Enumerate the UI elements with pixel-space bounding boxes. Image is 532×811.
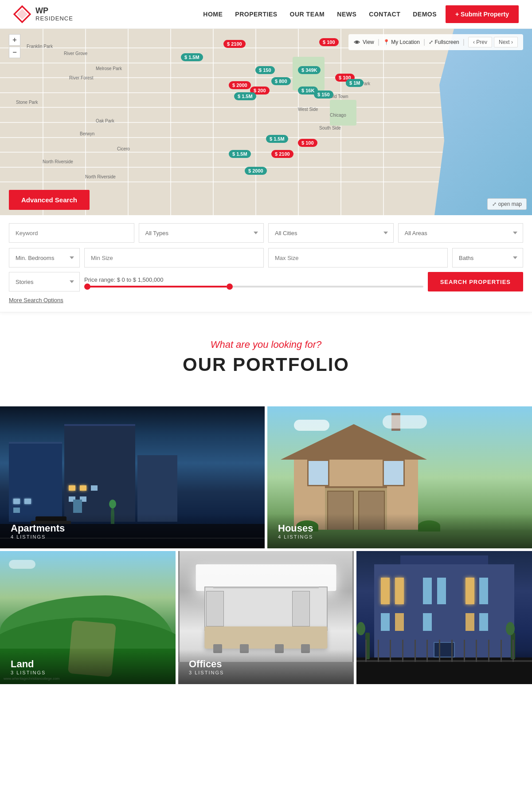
- price-marker[interactable]: $ 2100: [271, 150, 293, 158]
- apartments-name: Apartments: [11, 523, 254, 534]
- price-marker[interactable]: $ 800: [271, 77, 291, 85]
- nav-demos[interactable]: DEMOS: [413, 11, 437, 18]
- max-size-input[interactable]: [268, 248, 448, 268]
- price-slider-right-thumb[interactable]: [227, 283, 233, 290]
- more-search-options-link[interactable]: More Search Options: [9, 297, 63, 303]
- price-marker[interactable]: $ 100: [298, 139, 317, 147]
- search-bar: All Types Apartment House Land Office Co…: [0, 215, 532, 312]
- next-button[interactable]: Next ›: [494, 37, 518, 47]
- price-slider[interactable]: [84, 286, 423, 287]
- land-overlay: Land 3 LISTINGS: [0, 650, 176, 684]
- price-marker[interactable]: $ 100: [319, 38, 339, 46]
- price-marker[interactable]: $ 150: [255, 66, 275, 74]
- price-marker[interactable]: $ 2000: [229, 81, 251, 89]
- price-range-section: Price range: $ 0 to $ 1,500,000: [84, 276, 423, 287]
- portfolio-item-houses[interactable]: Houses 4 LISTINGS: [267, 406, 532, 548]
- view-button[interactable]: View: [354, 39, 374, 46]
- price-marker[interactable]: $ 1.5M: [181, 53, 203, 61]
- houses-overlay: Houses 4 LISTINGS: [267, 514, 532, 548]
- keyword-input[interactable]: [9, 223, 134, 243]
- map-background: Franklin Park River Grove Melrose Park R…: [0, 29, 532, 215]
- apartments-overlay: Apartments 4 LISTINGS: [0, 514, 265, 548]
- price-marker[interactable]: $ 1.5M: [234, 92, 256, 100]
- houses-listings: 4 LISTINGS: [278, 534, 521, 539]
- offices-listings: 3 LISTINGS: [189, 670, 343, 675]
- price-slider-left-thumb[interactable]: [84, 283, 90, 290]
- portfolio-subtitle: What are you looking for?: [9, 339, 523, 350]
- logo[interactable]: WP RESIDENCE: [13, 5, 73, 23]
- price-marker[interactable]: $ 1.5M: [266, 135, 288, 143]
- search-row-3: Stories 1 2 3 4+ Price range: $ 0 to $ 1…: [9, 272, 523, 291]
- nav-properties[interactable]: PROPERTIES: [235, 11, 277, 18]
- my-location-button[interactable]: 📍 My Location: [383, 39, 420, 45]
- price-marker[interactable]: $ 150: [314, 91, 333, 98]
- logo-diamond-icon: [13, 5, 31, 23]
- prev-next-controls: ‹ Prev Next ›: [468, 37, 518, 47]
- offices-name: Offices: [189, 658, 343, 670]
- fullscreen-button[interactable]: ⤢ Fullscreen: [429, 39, 459, 45]
- prev-button[interactable]: ‹ Prev: [468, 37, 492, 47]
- header: WP RESIDENCE HOME PROPERTIES OUR TEAM NE…: [0, 0, 532, 29]
- area-select[interactable]: All Areas Downtown Suburbs North Side So…: [398, 223, 524, 243]
- type-select[interactable]: All Types Apartment House Land Office Co…: [139, 223, 264, 243]
- logo-text: WP RESIDENCE: [35, 7, 73, 22]
- nav-our-team[interactable]: OUR TEAM: [290, 11, 325, 18]
- search-properties-button[interactable]: SEARCH PROPERTIES: [428, 272, 523, 291]
- nav-contact[interactable]: CONTACT: [369, 11, 400, 18]
- price-marker[interactable]: $ 2100: [223, 40, 246, 48]
- bedrooms-select[interactable]: Min. Bedrooms 1 2 3 4 5+: [9, 248, 80, 268]
- price-range-label: Price range: $ 0 to $ 1,500,000: [84, 276, 423, 283]
- portfolio-item-condos[interactable]: Condos 2 LISTINGS: [356, 551, 532, 684]
- city-select[interactable]: All Cities Chicago New York Los Angeles: [268, 223, 394, 243]
- advanced-search-button[interactable]: Advanced Search: [9, 190, 90, 210]
- price-marker[interactable]: $ 349K: [298, 66, 321, 74]
- map-zoom-controls: + −: [9, 34, 20, 58]
- nav-home[interactable]: HOME: [203, 11, 223, 18]
- portfolio-grid-bottom: www.wheritagechristiancollege.com Land 3…: [0, 551, 532, 684]
- baths-select[interactable]: Baths 1 2 3 4+: [452, 248, 523, 268]
- price-marker[interactable]: $ 1.5M: [229, 150, 251, 158]
- lake-michigan: [434, 29, 532, 215]
- logo-wp: WP: [35, 7, 73, 16]
- price-marker[interactable]: $ 2000: [245, 167, 267, 175]
- search-row-2: Min. Bedrooms 1 2 3 4 5+ Baths 1 2 3 4+: [9, 248, 523, 268]
- portfolio-title: OUR PORTFOLIO: [9, 354, 523, 375]
- portfolio-grid-top: Apartments 4 LISTINGS: [0, 406, 532, 687]
- submit-property-button[interactable]: + Submit Property: [446, 5, 519, 23]
- portfolio-item-land[interactable]: www.wheritagechristiancollege.com Land 3…: [0, 551, 176, 684]
- portfolio-item-offices[interactable]: Offices 3 LISTINGS: [178, 551, 354, 684]
- open-map-button[interactable]: ⤢ open map: [487, 198, 527, 210]
- nav-news[interactable]: NEWS: [337, 11, 356, 18]
- portfolio-item-apartments[interactable]: Apartments 4 LISTINGS: [0, 406, 265, 548]
- main-nav: HOME PROPERTIES OUR TEAM NEWS CONTACT DE…: [203, 11, 437, 18]
- apartments-listings: 4 LISTINGS: [11, 534, 254, 539]
- portfolio-section: What are you looking for? OUR PORTFOLIO: [0, 312, 532, 406]
- stories-select[interactable]: Stories 1 2 3 4+: [9, 272, 80, 291]
- zoom-in-button[interactable]: +: [9, 34, 20, 46]
- zoom-out-button[interactable]: −: [9, 47, 20, 58]
- price-marker[interactable]: $ 1M: [346, 79, 364, 87]
- eye-icon: [354, 39, 360, 45]
- land-listings: 3 LISTINGS: [11, 670, 165, 675]
- land-name: Land: [11, 658, 165, 670]
- map-controls: View | 📍 My Location | ⤢ Fullscreen | ‹ …: [348, 34, 523, 50]
- map-section: Franklin Park River Grove Melrose Park R…: [0, 29, 532, 215]
- houses-name: Houses: [278, 523, 521, 534]
- offices-overlay: Offices 3 LISTINGS: [178, 650, 354, 684]
- search-row-1: All Types Apartment House Land Office Co…: [9, 223, 523, 243]
- min-size-input[interactable]: [84, 248, 264, 268]
- logo-residence: RESIDENCE: [35, 16, 73, 22]
